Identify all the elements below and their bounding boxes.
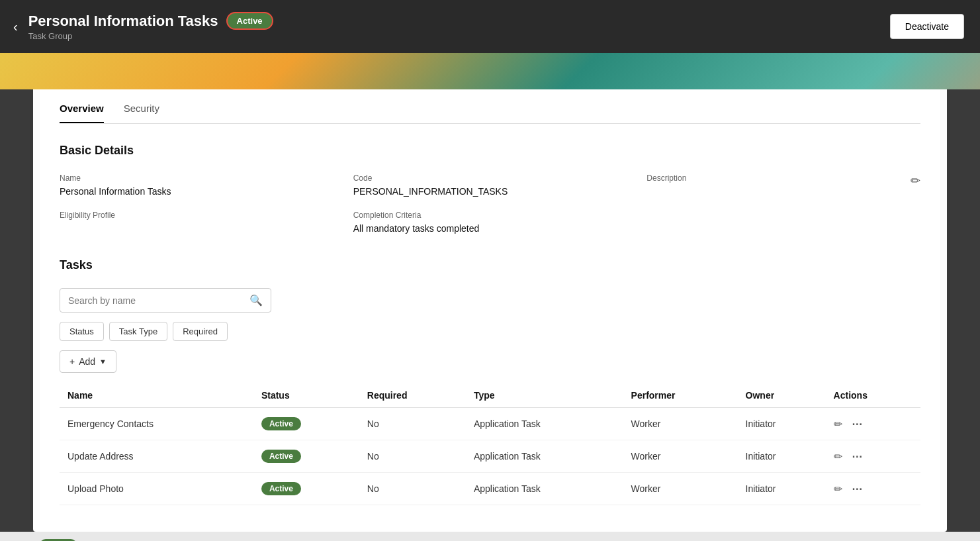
edit-task-button[interactable]: ✏	[834, 450, 842, 463]
name-value: Personal Information Tasks	[60, 186, 171, 197]
filter-tasktype-button[interactable]: Task Type	[109, 322, 167, 341]
task-performer: Worker	[623, 408, 738, 440]
chevron-down-icon: ▼	[99, 358, 107, 366]
header-status-badge: Active	[226, 12, 273, 30]
basic-details-title: Basic Details	[60, 144, 920, 158]
more-actions-button[interactable]: ⋯	[852, 483, 862, 495]
field-name: Name Personal Information Tasks	[60, 173, 334, 197]
table-row: Upload Photo Active No Application Task …	[60, 473, 920, 505]
completion-value: All mandatory tasks completed	[353, 223, 480, 234]
task-name: Emergency Contacts	[60, 408, 253, 440]
task-status: Active	[253, 473, 359, 505]
task-owner: Initiator	[738, 408, 826, 440]
filter-status-button[interactable]: Status	[60, 322, 104, 341]
header-title: Personal Information Tasks Active	[28, 12, 273, 30]
description-label: Description	[646, 173, 920, 183]
field-description-placeholder	[646, 211, 920, 234]
filter-buttons: Status Task Type Required	[60, 322, 920, 341]
task-owner: Initiator	[738, 473, 826, 505]
field-completion: Completion Criteria All mandatory tasks …	[353, 211, 627, 234]
completion-label: Completion Criteria	[353, 211, 627, 220]
edit-task-button[interactable]: ✏	[834, 483, 842, 495]
add-plus-icon: +	[69, 356, 75, 367]
task-type: Application Task	[466, 473, 623, 505]
task-actions: ✏ ⋯	[826, 440, 920, 473]
col-performer: Performer	[623, 383, 738, 408]
task-owner: Initiator	[738, 440, 826, 473]
code-label: Code	[353, 173, 627, 183]
col-actions: Actions	[826, 383, 920, 408]
edit-basic-details-button[interactable]: ✏	[911, 173, 920, 188]
field-eligibility: Eligibility Profile	[60, 211, 334, 234]
more-actions-button[interactable]: ⋯	[852, 450, 862, 463]
task-name: Upload Photo	[60, 473, 253, 505]
add-button[interactable]: + Add ▼	[60, 350, 116, 373]
search-input[interactable]	[68, 295, 249, 306]
code-value: PERSONAL_INFORMATION_TASKS	[353, 186, 508, 197]
table-header-row: Name Status Required Type Performer Owne…	[60, 383, 920, 408]
edit-task-button[interactable]: ✏	[834, 418, 842, 430]
add-btn-row: + Add ▼	[60, 350, 920, 373]
task-name: Update Address	[60, 440, 253, 473]
header-subtitle: Task Group	[28, 31, 273, 41]
tab-overview[interactable]: Overview	[60, 103, 104, 123]
task-required: No	[359, 473, 466, 505]
filter-required-button[interactable]: Required	[173, 322, 228, 341]
search-row: 🔍	[60, 288, 920, 313]
task-required: No	[359, 440, 466, 473]
task-status: Active	[253, 408, 359, 440]
details-grid: Name Personal Information Tasks Code PER…	[60, 173, 920, 234]
task-performer: Worker	[623, 473, 738, 505]
task-type: Application Task	[466, 440, 623, 473]
field-code: Code PERSONAL_INFORMATION_TASKS	[353, 173, 627, 197]
tab-security[interactable]: Security	[124, 103, 159, 123]
bottom-bar: Active	[0, 532, 980, 541]
col-type: Type	[466, 383, 623, 408]
main-content: Overview Security Basic Details Name Per…	[33, 89, 947, 532]
tabs: Overview Security	[60, 89, 920, 124]
task-status: Active	[253, 440, 359, 473]
add-label: Add	[79, 356, 95, 367]
deactivate-button[interactable]: Deactivate	[890, 14, 964, 39]
name-label: Name	[60, 173, 334, 183]
search-icon: 🔍	[249, 294, 263, 307]
more-actions-button[interactable]: ⋯	[852, 418, 862, 430]
header-title-group: Personal Information Tasks Active Task G…	[28, 12, 273, 41]
col-name: Name	[60, 383, 253, 408]
field-description: Description	[646, 173, 920, 197]
col-owner: Owner	[738, 383, 826, 408]
decorative-banner	[0, 53, 980, 89]
table-row: Emergency Contacts Active No Application…	[60, 408, 920, 440]
search-box: 🔍	[60, 288, 271, 313]
tasks-title: Tasks	[60, 258, 920, 272]
header-bar: ‹ Personal Information Tasks Active Task…	[0, 0, 980, 53]
table-row: Update Address Active No Application Tas…	[60, 440, 920, 473]
task-actions: ✏ ⋯	[826, 473, 920, 505]
col-status: Status	[253, 383, 359, 408]
page-title: Personal Information Tasks	[28, 13, 218, 30]
task-required: No	[359, 408, 466, 440]
task-type: Application Task	[466, 408, 623, 440]
eligibility-label: Eligibility Profile	[60, 211, 334, 220]
back-button[interactable]: ‹	[13, 19, 18, 34]
task-table: Name Status Required Type Performer Owne…	[60, 383, 920, 505]
task-performer: Worker	[623, 440, 738, 473]
tasks-section: Tasks 🔍 Status Task Type Required + Add …	[60, 258, 920, 505]
task-actions: ✏ ⋯	[826, 408, 920, 440]
col-required: Required	[359, 383, 466, 408]
